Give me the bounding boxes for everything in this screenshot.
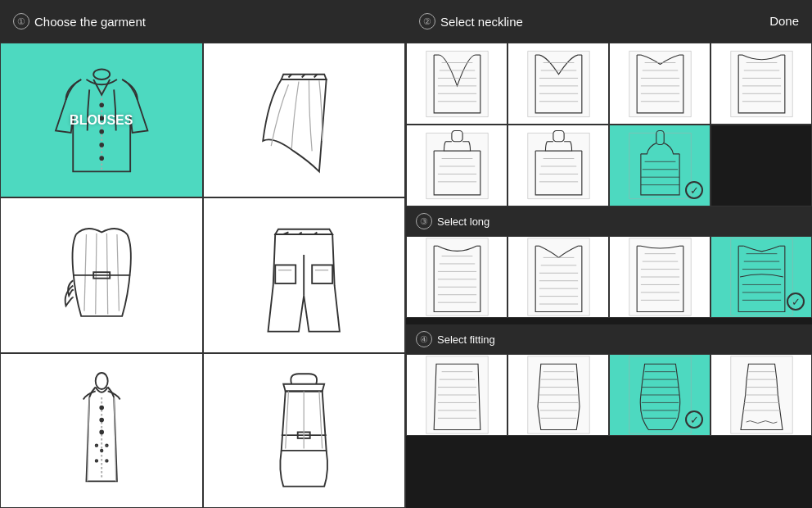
svg-point-0	[93, 69, 110, 79]
section4-title: Select fitting	[437, 333, 495, 346]
step2-num: ②	[419, 13, 435, 29]
section3-header: ③ Select long	[406, 206, 812, 236]
svg-point-17	[106, 460, 107, 462]
svg-point-9	[95, 373, 107, 389]
long-grid: ✓	[406, 236, 812, 318]
svg-point-14	[100, 450, 102, 451]
svg-point-1	[100, 103, 103, 107]
neckline-square[interactable]	[508, 125, 609, 206]
garment-sleeveless-top[interactable]	[203, 353, 406, 508]
garment-collared-top[interactable]	[0, 353, 203, 508]
step1-num: ①	[13, 13, 29, 29]
neckline-round[interactable]	[710, 43, 812, 125]
fitting-grid: ✓	[406, 354, 812, 436]
neckline-halter[interactable]: ✓	[609, 125, 710, 206]
svg-point-13	[95, 445, 97, 447]
svg-point-3	[100, 130, 103, 134]
long-1[interactable]	[406, 236, 508, 318]
neckline-v-deep[interactable]	[406, 43, 508, 125]
step3-num: ③	[416, 213, 432, 229]
svg-rect-19	[451, 130, 462, 141]
garment-cargo-pants[interactable]	[203, 197, 406, 352]
section4-header: ④ Select fitting	[406, 324, 812, 354]
options-panel: ✓ ③ Select long	[406, 43, 812, 508]
header-left-title: Choose the garment	[34, 15, 146, 29]
neckline-v-slight[interactable]	[609, 43, 710, 125]
done-button[interactable]: Done	[769, 14, 799, 28]
neckline-empty	[710, 125, 812, 206]
header-right[interactable]: Done	[733, 14, 799, 29]
header-center-title: Select neckline	[440, 15, 523, 29]
svg-point-16	[95, 460, 97, 462]
svg-point-4	[100, 143, 103, 147]
svg-rect-8	[312, 265, 332, 283]
svg-point-11	[100, 419, 103, 422]
svg-point-5	[100, 156, 103, 160]
garment-blouse[interactable]: BLOUSES	[0, 43, 203, 197]
svg-point-15	[106, 445, 107, 447]
svg-rect-21	[656, 130, 663, 144]
svg-rect-20	[553, 130, 563, 141]
header-center: ② Select neckline	[419, 13, 733, 29]
section3-title: Select long	[437, 215, 489, 228]
fit-4[interactable]	[710, 354, 812, 436]
long-4[interactable]: ✓	[710, 236, 812, 318]
long-3[interactable]	[609, 236, 710, 318]
blouse-label: BLOUSES	[70, 113, 133, 128]
neckline-v-medium[interactable]	[508, 43, 609, 125]
svg-rect-7	[275, 265, 295, 283]
long-2[interactable]	[508, 236, 609, 318]
fit-2[interactable]	[508, 354, 609, 436]
halter-checkmark: ✓	[685, 181, 703, 199]
garment-grid: BLOUSES	[0, 43, 406, 508]
svg-point-12	[100, 431, 103, 434]
garment-asymmetric-skirt[interactable]	[203, 43, 406, 197]
neckline-grid-row2: ✓	[406, 125, 812, 206]
neckline-grid-row1	[406, 43, 812, 125]
neckline-boat[interactable]	[406, 125, 508, 206]
fit-3[interactable]: ✓	[609, 354, 710, 436]
fit3-checkmark: ✓	[685, 410, 703, 429]
long4-checkmark: ✓	[787, 293, 805, 311]
svg-point-10	[100, 406, 103, 410]
main-content: BLOUSES	[0, 43, 812, 508]
garment-corset[interactable]	[0, 197, 203, 352]
step4-num: ④	[416, 331, 432, 347]
fit-1[interactable]	[406, 354, 508, 436]
app-header: ① Choose the garment ② Select neckline D…	[0, 0, 812, 43]
header-left: ① Choose the garment	[13, 13, 419, 29]
